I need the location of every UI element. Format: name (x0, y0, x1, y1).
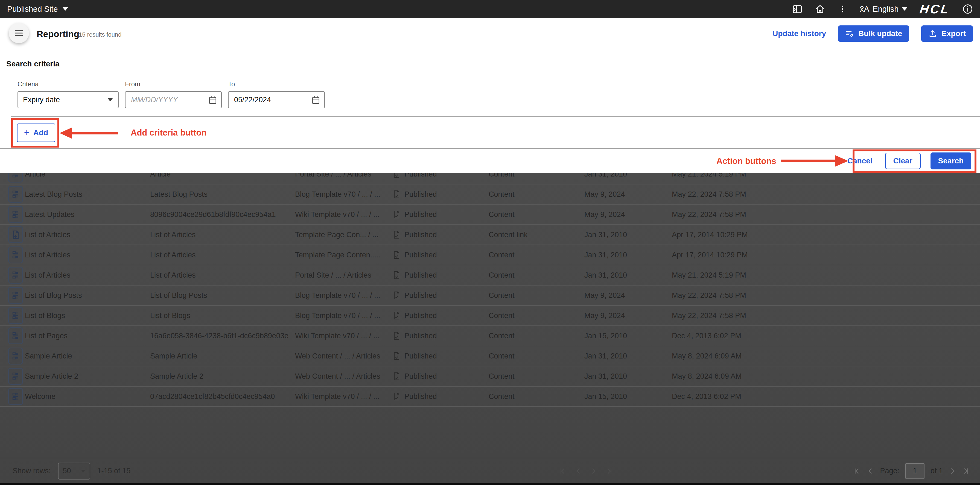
content-type-tile (8, 388, 23, 405)
previous-page-icon[interactable] (867, 467, 874, 475)
from-date-field (125, 91, 222, 108)
table-row[interactable]: List of Pages 16a6e058-3846-4238-b6f1-dc… (0, 326, 980, 346)
content-icon (11, 351, 20, 361)
row-modified-date: Dec 4, 2013 6:02 PM (672, 332, 980, 340)
published-status-icon (393, 352, 400, 360)
language-selector[interactable]: x̄A English (860, 5, 907, 14)
next-page-icon[interactable] (590, 467, 597, 475)
row-date: Jan 15, 2010 (584, 332, 672, 340)
info-icon[interactable] (963, 4, 973, 14)
published-status-icon (393, 190, 400, 199)
add-annotation-label: Add criteria button (131, 128, 207, 138)
row-date: Jan 31, 2010 (584, 231, 672, 239)
next-page-icon[interactable] (949, 467, 956, 475)
bulk-update-label: Bulk update (858, 29, 902, 38)
content-icon (11, 173, 20, 179)
home-icon[interactable] (815, 4, 825, 14)
site-switcher[interactable]: Published Site (7, 5, 68, 14)
row-title: 07acd2804ce1cf82b45cfd0c4ec954a0 (150, 392, 295, 401)
table-row[interactable]: Sample Article Sample Article Web Conten… (0, 346, 980, 366)
language-label: English (873, 5, 899, 14)
table-row[interactable]: Latest Blog Posts Latest Blog Posts Blog… (0, 184, 980, 204)
row-title: List of Articles (150, 271, 295, 279)
first-page-icon[interactable] (560, 467, 566, 475)
content-icon (11, 290, 20, 301)
table-row[interactable]: Article Article Portal Site / ... / Arti… (0, 173, 980, 184)
row-name: List of Articles (25, 271, 150, 279)
range-label: 1-15 of 15 (97, 467, 131, 475)
update-history-link[interactable]: Update history (772, 29, 826, 38)
last-page-icon[interactable] (962, 467, 969, 475)
row-title: 8096c9004ce29d61b8fdf90c4ec954a1 (150, 211, 295, 219)
calendar-icon[interactable] (208, 95, 217, 105)
to-date-input[interactable] (234, 95, 300, 105)
row-name: List of Articles (25, 251, 150, 259)
table-row[interactable]: Latest Updates 8096c9004ce29d61b8fdf90c4… (0, 204, 980, 225)
row-title: Sample Article 2 (150, 372, 295, 380)
row-status: Published (404, 271, 437, 279)
page-number-input[interactable] (905, 463, 924, 479)
row-type: Content link (488, 231, 584, 239)
row-type: Content (488, 312, 584, 320)
content-link-icon (11, 230, 20, 240)
published-status-icon (393, 331, 400, 340)
divider (11, 116, 980, 117)
row-location: Wiki Template v70 / ... / ... (295, 392, 393, 401)
page-label: Page: (880, 467, 899, 475)
from-label: From (125, 80, 222, 88)
results-table: Article Article Portal Site / ... / Arti… (0, 173, 980, 458)
table-row[interactable]: Sample Article 2 Sample Article 2 Web Co… (0, 366, 980, 387)
last-page-icon[interactable] (605, 467, 612, 475)
row-status: Published (404, 190, 437, 199)
open-panel-icon[interactable] (792, 4, 802, 14)
chevron-down-icon (108, 98, 113, 101)
table-row[interactable]: List of Articles List of Articles Templa… (0, 245, 980, 265)
row-location: Wiki Template v70 / ... / ... (295, 332, 393, 340)
overflow-menu-icon[interactable] (838, 5, 847, 14)
row-modified-date: Apr 17, 2014 10:29 PM (672, 251, 980, 259)
content-type-tile (8, 186, 23, 203)
chevron-down-icon (63, 7, 68, 11)
row-date: May 9, 2024 (584, 312, 672, 320)
criteria-label: Criteria (18, 80, 119, 88)
calendar-icon[interactable] (311, 95, 320, 105)
row-date: Jan 31, 2010 (584, 271, 672, 279)
row-name: List of Blogs (25, 312, 150, 320)
actions-annotation-arrow (781, 160, 835, 162)
published-status-icon (393, 311, 400, 320)
from-date-input[interactable] (130, 95, 197, 105)
row-type: Content (488, 190, 584, 199)
rows-per-page-select[interactable]: 50 (58, 463, 90, 480)
content-type-tile (8, 226, 23, 243)
content-type-tile (8, 173, 23, 182)
row-modified-date: May 21, 2024 5:19 PM (672, 271, 980, 279)
published-status-icon (393, 372, 400, 380)
bottom-strip (0, 483, 980, 485)
hcl-logo: HCL (919, 2, 951, 16)
page-header: Reporting 15 results found Update histor… (0, 18, 980, 49)
content-icon (11, 270, 20, 281)
row-title: List of Blogs (150, 312, 295, 320)
menu-button[interactable] (9, 23, 29, 43)
bulk-update-button[interactable]: Bulk update (838, 25, 909, 42)
export-button[interactable]: Export (921, 25, 973, 42)
content-icon (11, 371, 20, 382)
table-row[interactable]: List of Blog Posts List of Blog Posts Bl… (0, 285, 980, 306)
table-row[interactable]: List of Blogs List of Blogs Blog Templat… (0, 306, 980, 326)
row-status: Published (404, 251, 437, 259)
criteria-select[interactable]: Expiry date (18, 91, 119, 108)
row-modified-date: May 22, 2024 7:58 PM (672, 291, 980, 300)
criteria-value: Expiry date (23, 96, 60, 104)
content-type-tile (8, 307, 23, 324)
chevron-down-icon (902, 7, 907, 11)
table-row[interactable]: Welcome 07acd2804ce1cf82b45cfd0c4ec954a0… (0, 387, 980, 407)
content-type-tile (8, 287, 23, 304)
table-row[interactable]: List of Articles List of Articles Portal… (0, 265, 980, 285)
first-page-icon[interactable] (854, 467, 861, 475)
previous-page-icon[interactable] (575, 467, 582, 475)
search-criteria-title: Search criteria (6, 60, 60, 68)
row-status: Published (404, 332, 437, 340)
table-row[interactable]: List of Articles List of Articles Templa… (0, 225, 980, 245)
content-type-tile (8, 368, 23, 385)
row-name: Article (25, 173, 150, 178)
